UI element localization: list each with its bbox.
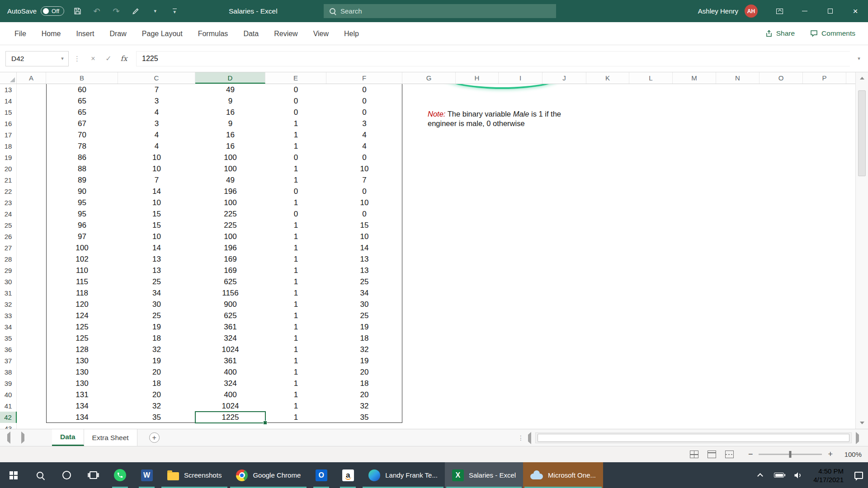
task-view-button[interactable] — [80, 462, 107, 488]
whatsapp-button[interactable] — [107, 462, 133, 488]
row-number[interactable]: 22 — [0, 186, 17, 197]
cell-b[interactable]: 124 — [46, 310, 118, 321]
cell-c[interactable]: 20 — [118, 366, 195, 378]
cell-f[interactable]: 0 — [326, 84, 402, 95]
table-row[interactable]: 30 115 25 625 1 25 — [0, 276, 855, 287]
volume-button[interactable] — [788, 462, 807, 488]
cell-e[interactable]: 1 — [265, 129, 326, 141]
autosave-pill[interactable]: Off — [41, 6, 64, 16]
table-row[interactable]: 29 110 13 169 1 13 — [0, 265, 855, 276]
cell-b[interactable]: 90 — [46, 186, 118, 197]
column-header[interactable]: P — [803, 72, 846, 84]
cell-b[interactable]: 130 — [46, 366, 118, 378]
cell-b[interactable]: 95 — [46, 208, 118, 220]
cell-c[interactable]: 3 — [118, 95, 195, 107]
cell-a[interactable] — [17, 141, 46, 152]
cell-e[interactable]: 0 — [265, 84, 326, 95]
onedrive-button[interactable]: Microsoft One... — [523, 462, 603, 488]
table-row[interactable]: 37 130 19 361 1 19 — [0, 355, 855, 366]
row-number[interactable]: 26 — [0, 231, 17, 242]
table-row[interactable]: 18 78 4 16 1 4 — [0, 141, 855, 152]
table-row[interactable]: 40 131 20 400 1 20 — [0, 389, 855, 400]
table-row[interactable]: 39 130 18 324 1 18 — [0, 378, 855, 389]
cell-c[interactable]: 19 — [118, 321, 195, 333]
cell-a[interactable] — [17, 253, 46, 265]
cell-d[interactable]: 1024 — [195, 400, 265, 412]
horizontal-scrollbar-thumb[interactable] — [538, 434, 849, 442]
normal-view-button[interactable] — [690, 450, 698, 458]
cell-c[interactable]: 10 — [118, 152, 195, 163]
cell-c[interactable]: 25 — [118, 276, 195, 287]
zoom-level[interactable]: 100% — [839, 450, 862, 458]
cell-f[interactable]: 10 — [326, 231, 402, 242]
cell-d[interactable]: 400 — [195, 389, 265, 400]
table-row[interactable]: 34 125 19 361 1 19 — [0, 321, 855, 333]
cell-e[interactable]: 1 — [265, 333, 326, 344]
tray-expand-button[interactable] — [750, 462, 769, 488]
column-header[interactable]: J — [542, 72, 586, 84]
cell-d[interactable]: 100 — [195, 231, 265, 242]
ribbon-tab[interactable]: Insert — [68, 22, 102, 45]
cell-b[interactable]: 125 — [46, 333, 118, 344]
cell-e[interactable]: 1 — [265, 174, 326, 186]
cell-c[interactable]: 13 — [118, 265, 195, 276]
cell-a[interactable] — [17, 389, 46, 400]
row-number[interactable]: 42 — [0, 412, 17, 423]
cell-e[interactable]: 1 — [265, 299, 326, 310]
row-number[interactable]: 13 — [0, 84, 17, 95]
cell-a[interactable] — [17, 152, 46, 163]
chrome-button[interactable]: Google Chrome — [229, 462, 308, 488]
row-number[interactable]: 28 — [0, 253, 17, 265]
table-row[interactable]: 27 100 14 196 1 14 — [0, 242, 855, 253]
cell-b[interactable]: 89 — [46, 174, 118, 186]
cell-a[interactable] — [17, 231, 46, 242]
cell-a[interactable] — [17, 287, 46, 299]
cell-d[interactable]: 1024 — [195, 344, 265, 355]
cell-f[interactable]: 10 — [326, 197, 402, 208]
sheet-tab[interactable]: Data — [52, 429, 84, 446]
page-break-view-button[interactable] — [725, 450, 734, 458]
cell-c[interactable]: 25 — [118, 310, 195, 321]
cell-a[interactable] — [17, 163, 46, 174]
cell-a[interactable] — [17, 344, 46, 355]
table-row[interactable]: 38 130 20 400 1 20 — [0, 366, 855, 378]
table-row[interactable]: 41 134 32 1024 1 32 — [0, 400, 855, 412]
cell-c[interactable]: 32 — [118, 344, 195, 355]
scroll-left-button[interactable] — [528, 435, 531, 441]
start-button[interactable] — [0, 462, 27, 488]
cell-a[interactable] — [17, 366, 46, 378]
cell-e[interactable]: 1 — [265, 253, 326, 265]
ribbon-tab[interactable]: Home — [34, 22, 69, 45]
column-header[interactable]: D — [195, 72, 265, 84]
cell-e[interactable]: 1 — [265, 242, 326, 253]
cell-a[interactable] — [17, 400, 46, 412]
row-number[interactable]: 43 — [0, 423, 17, 429]
close-button[interactable]: × — [843, 0, 868, 22]
cell-b[interactable]: 65 — [46, 95, 118, 107]
cell-c[interactable]: 10 — [118, 231, 195, 242]
table-row[interactable]: 31 118 34 1156 1 34 — [0, 287, 855, 299]
cell-d[interactable]: 100 — [195, 197, 265, 208]
word-button[interactable]: W — [133, 462, 160, 488]
cell-c[interactable]: 20 — [118, 389, 195, 400]
scroll-up-button[interactable] — [856, 72, 868, 84]
row-number[interactable]: 25 — [0, 220, 17, 231]
cell-a[interactable] — [17, 310, 46, 321]
row-number[interactable]: 38 — [0, 366, 17, 378]
cell-b[interactable]: 131 — [46, 389, 118, 400]
autosave-toggle[interactable]: AutoSave Off — [7, 6, 64, 16]
column-header[interactable]: M — [673, 72, 716, 84]
cell-f[interactable]: 20 — [326, 366, 402, 378]
cell-a[interactable] — [17, 129, 46, 141]
cell-f[interactable]: 19 — [326, 355, 402, 366]
cell-a[interactable] — [17, 378, 46, 389]
table-row[interactable]: 33 124 25 625 1 25 — [0, 310, 855, 321]
new-sheet-button[interactable]: + — [149, 432, 160, 443]
share-button[interactable]: Share — [765, 29, 795, 38]
scroll-right-button[interactable] — [856, 435, 859, 441]
cell-d[interactable]: 225 — [195, 220, 265, 231]
cell-d[interactable]: 196 — [195, 242, 265, 253]
cell-e[interactable]: 1 — [265, 400, 326, 412]
file-explorer-button[interactable]: Screenshots — [160, 462, 229, 488]
minimize-button[interactable] — [792, 0, 817, 22]
